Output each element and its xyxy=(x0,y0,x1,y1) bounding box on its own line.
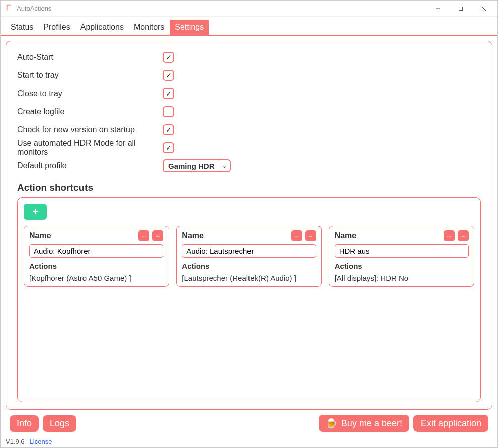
setting-label: Create logfile xyxy=(17,107,163,116)
setting-label: Use automated HDR Mode for all monitors xyxy=(17,139,163,157)
shortcut-actions-label: Actions xyxy=(29,262,163,271)
app-title: AutoActions xyxy=(17,5,51,12)
checkbox-create-logfile[interactable] xyxy=(163,106,174,117)
shortcut-actions-desc: [Lautsprecher (Realtek(R) Audio) ] xyxy=(182,274,316,282)
checkbox-check-version[interactable]: ✓ xyxy=(163,124,174,135)
footer-bar: Info Logs 🍺 Buy me a beer! Exit applicat… xyxy=(6,413,492,434)
setting-label: Check for new version on startup xyxy=(17,125,163,134)
minus-icon: − xyxy=(156,232,160,240)
shortcut-name-label: Name xyxy=(335,231,357,240)
tab-settings[interactable]: Settings xyxy=(170,20,209,35)
beer-icon: 🍺 xyxy=(326,418,337,429)
remove-button[interactable]: − xyxy=(305,230,316,241)
tab-profiles[interactable]: Profiles xyxy=(38,20,75,35)
title-left: AutoActions xyxy=(6,4,51,13)
exit-button[interactable]: Exit application xyxy=(413,415,488,432)
plus-icon: + xyxy=(32,206,38,218)
setting-auto-start: Auto-Start ✓ xyxy=(17,48,481,66)
edit-button[interactable]: … xyxy=(291,230,302,241)
chevron-down-icon: ⌄ xyxy=(219,160,230,171)
version-label: V1.9.6 xyxy=(6,438,25,445)
setting-check-version: Check for new version on startup ✓ xyxy=(17,121,481,139)
checkbox-auto-hdr[interactable]: ✓ xyxy=(163,142,174,153)
setting-label: Default profile xyxy=(17,161,163,170)
tab-status[interactable]: Status xyxy=(6,20,38,35)
select-value: Gaming HDR xyxy=(164,160,219,171)
content-area: Auto-Start ✓ Start to tray ✓ Close to tr… xyxy=(1,36,497,437)
setting-create-logfile: Create logfile xyxy=(17,103,481,121)
checkbox-auto-start[interactable]: ✓ xyxy=(163,52,174,63)
remove-button[interactable]: − xyxy=(458,230,469,241)
buy-beer-button[interactable]: 🍺 Buy me a beer! xyxy=(319,415,409,432)
setting-close-to-tray: Close to tray ✓ xyxy=(17,84,481,103)
shortcut-name-label: Name xyxy=(29,231,51,240)
titlebar: AutoActions xyxy=(1,1,497,17)
setting-label: Auto-Start xyxy=(17,53,163,62)
svg-rect-1 xyxy=(459,7,463,10)
action-shortcuts-heading: Action shortcuts xyxy=(17,182,481,193)
checkbox-close-to-tray[interactable]: ✓ xyxy=(163,88,174,99)
minimize-button[interactable] xyxy=(426,2,449,16)
info-button[interactable]: Info xyxy=(10,415,39,432)
ellipsis-icon: … xyxy=(447,233,451,238)
app-icon xyxy=(6,4,14,13)
edit-button[interactable]: … xyxy=(138,230,149,241)
shortcut-name-label: Name xyxy=(182,231,204,240)
minus-icon: − xyxy=(461,232,465,240)
edit-button[interactable]: … xyxy=(444,230,455,241)
tab-monitors[interactable]: Monitors xyxy=(129,20,170,35)
shortcut-card: Name … − Actions [Lautsprecher (Realtek(… xyxy=(176,226,321,287)
minus-icon: − xyxy=(309,232,313,240)
default-profile-select[interactable]: Gaming HDR ⌄ xyxy=(163,159,231,172)
shortcut-actions-desc: [All displays]: HDR No xyxy=(335,274,469,282)
window-controls xyxy=(426,2,495,16)
maximize-button[interactable] xyxy=(449,2,472,16)
ellipsis-icon: … xyxy=(294,233,299,238)
shortcut-card: Name … − Actions [All displays]: HDR No xyxy=(329,226,474,287)
setting-label: Close to tray xyxy=(17,89,163,98)
add-shortcut-button[interactable]: + xyxy=(24,204,47,220)
close-button[interactable] xyxy=(472,2,495,16)
tab-applications[interactable]: Applications xyxy=(75,20,129,35)
shortcut-cards: Name … − Actions [Kopfhörer (Astro A50 G… xyxy=(24,226,474,287)
setting-start-to-tray: Start to tray ✓ xyxy=(17,66,481,84)
shortcut-name-input[interactable] xyxy=(182,244,316,258)
setting-default-profile: Default profile Gaming HDR ⌄ xyxy=(17,157,481,175)
logs-button[interactable]: Logs xyxy=(43,415,76,432)
shortcuts-container: + Name … − Actions [Kopfhörer ( xyxy=(17,197,481,402)
shortcut-name-input[interactable] xyxy=(335,244,469,258)
license-link[interactable]: License xyxy=(30,438,52,445)
shortcut-actions-label: Actions xyxy=(335,262,469,271)
settings-panel: Auto-Start ✓ Start to tray ✓ Close to tr… xyxy=(6,41,492,410)
status-bar: V1.9.6 License xyxy=(1,437,497,447)
ellipsis-icon: … xyxy=(142,233,146,238)
tab-bar: Status Profiles Applications Monitors Se… xyxy=(1,17,497,36)
shortcut-actions-desc: [Kopfhörer (Astro A50 Game) ] xyxy=(29,274,163,282)
setting-auto-hdr: Use automated HDR Mode for all monitors … xyxy=(17,139,481,157)
shortcut-card: Name … − Actions [Kopfhörer (Astro A50 G… xyxy=(24,226,169,287)
setting-label: Start to tray xyxy=(17,71,163,80)
checkbox-start-to-tray[interactable]: ✓ xyxy=(163,70,174,81)
shortcut-name-input[interactable] xyxy=(29,244,163,258)
remove-button[interactable]: − xyxy=(152,230,163,241)
app-window: AutoActions Status Profiles Applications… xyxy=(0,0,498,448)
shortcut-actions-label: Actions xyxy=(182,262,316,271)
buy-beer-label: Buy me a beer! xyxy=(341,418,402,429)
